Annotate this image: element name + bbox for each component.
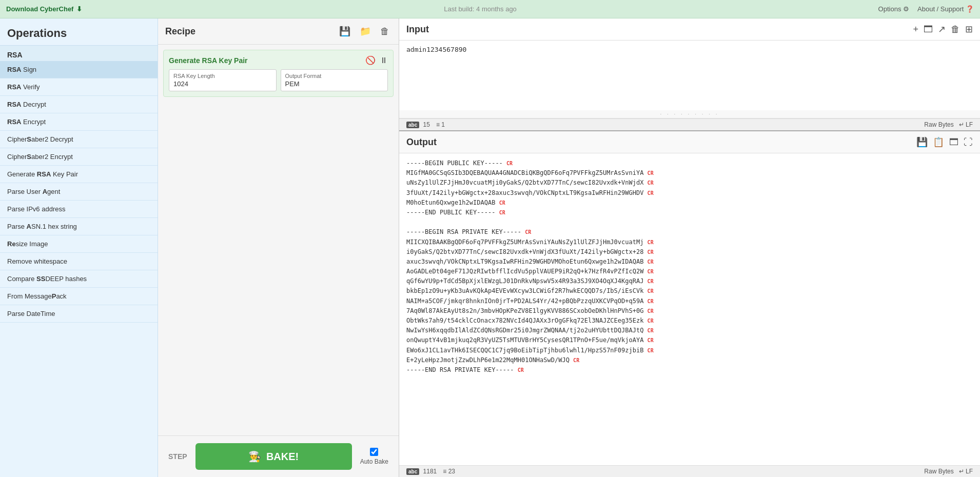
output-line: uNsZy1lUlZFJjHmJ0vcuatMji0yGakS/Q2btvXD7… xyxy=(406,178,973,188)
recipe-panel: Recipe 💾 📁 🗑 Generate RSA Key Pair 🚫 ⏸ xyxy=(158,18,399,477)
cr-tag: CR xyxy=(648,337,654,343)
top-bar-right: Options ⚙ About / Support ❓ xyxy=(878,5,974,13)
cr-tag: CR xyxy=(573,357,579,363)
sidebar-item-ciphersaber2-encrypt[interactable]: CipherSaber2 Encrypt xyxy=(0,148,158,166)
sidebar-item-label-rest: Encrypt xyxy=(23,118,46,126)
grid-view-button[interactable]: ⊞ xyxy=(965,24,973,35)
input-header: Input + 🗖 ↗ 🗑 ⊞ xyxy=(399,18,980,41)
sidebar-item-label: Resize Image xyxy=(7,240,48,248)
sidebar-item-label: Generate RSA Key Pair xyxy=(7,170,78,178)
save-output-button[interactable]: 💾 xyxy=(916,136,928,148)
input-text[interactable]: admin1234567890 xyxy=(399,41,980,110)
recipe-step-header: Generate RSA Key Pair 🚫 ⏸ xyxy=(169,55,388,65)
cr-tag: CR xyxy=(648,347,654,353)
input-title: Input xyxy=(406,24,429,35)
cr-tag: CR xyxy=(648,279,654,284)
about-label: About / Support xyxy=(917,5,964,13)
input-divider: · · · · · · · · · xyxy=(399,110,980,118)
copy-output-button[interactable]: 📋 xyxy=(933,136,944,148)
sidebar-item-parse-ipv6[interactable]: Parse IPv6 address xyxy=(0,201,158,218)
output-line: E+2yLeHpzJmotjZzwDLhP6e1m22MqMH01ONHaSwD… xyxy=(406,355,973,365)
fullscreen-output-button[interactable]: ⛶ xyxy=(964,137,973,148)
cr-tag: CR xyxy=(499,200,505,205)
recipe-field-value-1[interactable]: 1024 xyxy=(173,80,272,88)
sidebar-item-rsa-sign[interactable]: RSA Sign xyxy=(0,61,158,78)
pause-step-button[interactable]: ⏸ xyxy=(380,55,388,65)
save-recipe-button[interactable]: 💾 xyxy=(337,25,352,38)
auto-bake-checkbox[interactable] xyxy=(370,448,378,456)
output-header: Output 💾 📋 🗖 ⛶ xyxy=(399,131,980,153)
input-status-left: abc 15 ≡ 1 xyxy=(406,121,445,128)
output-line: -----BEGIN PUBLIC KEY----- CR xyxy=(406,158,973,168)
bake-button[interactable]: 👨‍🍳 BAKE! xyxy=(195,443,352,470)
download-cyberchef[interactable]: Download CyberChef ⬇ xyxy=(6,5,82,13)
input-status-bar: abc 15 ≡ 1 Raw Bytes ↵ LF xyxy=(399,118,980,130)
sidebar-item-from-messagepack[interactable]: From MessagePack xyxy=(0,288,158,305)
recipe-step-controls: 🚫 ⏸ xyxy=(365,55,388,65)
raw-bytes-label: Raw Bytes xyxy=(924,121,953,128)
download-icon: ⬇ xyxy=(76,5,82,13)
sidebar-item-resize-image[interactable]: Resize Image xyxy=(0,235,158,253)
chef-icon: 👨‍🍳 xyxy=(248,450,261,463)
output-line-count: ≡ 23 xyxy=(443,468,455,475)
sidebar-item-label-bold: RSA xyxy=(7,66,21,73)
output-line: 7Aq0Wl87AkEAyUt8s2n/3mbvHOpKPeZV8E1lgyKV… xyxy=(406,306,973,316)
char-count-value: 15 xyxy=(423,121,430,128)
sidebar-item-label-rest: Verify xyxy=(23,83,40,91)
sidebar-title: Operations xyxy=(0,18,158,46)
sidebar-item-label-bold: RSA xyxy=(7,83,21,91)
options-label: Options xyxy=(878,5,901,13)
output-line: -----END RSA PRIVATE KEY----- CR xyxy=(406,365,973,375)
sidebar-item-label-rest: Decrypt xyxy=(23,101,46,108)
options-link[interactable]: Options ⚙ xyxy=(878,5,909,13)
sidebar-item-label-rest: Sign xyxy=(23,66,36,73)
output-line: MIGfMA0GCSqGSIb3DQEBAQUAA4GNADCBiQKBgQDF… xyxy=(406,168,973,178)
new-tab-output-button[interactable]: 🗖 xyxy=(949,137,958,148)
step-button[interactable]: STEP xyxy=(168,452,187,461)
output-status-bar: abc 1181 ≡ 23 Raw Bytes ↵ LF xyxy=(399,465,980,477)
output-title: Output xyxy=(406,137,437,148)
sidebar-item-generate-rsa[interactable]: Generate RSA Key Pair xyxy=(0,166,158,183)
cr-tag: CR xyxy=(648,328,654,333)
sidebar: Operations RSA RSA Sign RSA Verify RSA D… xyxy=(0,18,158,477)
cr-tag: CR xyxy=(648,298,654,304)
output-status-right: Raw Bytes ↵ LF xyxy=(924,468,973,475)
sidebar-item-remove-whitespace[interactable]: Remove whitespace xyxy=(0,253,158,270)
recipe-field-value-2[interactable]: PEM xyxy=(285,80,384,88)
sidebar-item-rsa-encrypt[interactable]: RSA Encrypt xyxy=(0,113,158,131)
output-line: bkbEp1zO9u+yKb3uAvKQkAp4EVEvWXcyw3LCWiGf… xyxy=(406,286,973,296)
about-link[interactable]: About / Support ❓ xyxy=(917,5,974,13)
output-section: Output 💾 📋 🗖 ⛶ -----BEGIN PUBLIC KEY----… xyxy=(399,131,980,477)
open-recipe-button[interactable]: 📁 xyxy=(358,25,373,38)
new-tab-button[interactable]: 🗖 xyxy=(924,24,933,35)
cr-tag: CR xyxy=(648,180,654,186)
gear-icon: ⚙ xyxy=(903,5,909,13)
sidebar-item-label: Parse ASN.1 hex string xyxy=(7,223,77,230)
recipe-step-title: Generate RSA Key Pair xyxy=(169,56,248,65)
output-line: axuc3swvqh/VOkCNptxLT9KgsaIwRFHin29WGHDV… xyxy=(406,257,973,267)
sidebar-item-parse-asn1[interactable]: Parse ASN.1 hex string xyxy=(0,218,158,235)
output-line-icon: ≡ xyxy=(443,468,446,475)
output-line: NAIM+a5COF/jmkqr8hnknIOn0jrT+PD2ALS4Yr/4… xyxy=(406,296,973,306)
line-count-value: 1 xyxy=(441,121,445,128)
sidebar-item-compare-ssdeep[interactable]: Compare SSDEEP hashes xyxy=(0,270,158,288)
cr-tag: CR xyxy=(525,229,531,235)
sidebar-item-rsa-decrypt[interactable]: RSA Decrypt xyxy=(0,96,158,113)
clear-recipe-button[interactable]: 🗑 xyxy=(378,25,391,38)
last-build: Last build: 4 months ago xyxy=(444,5,517,13)
sidebar-item-rsa-verify[interactable]: RSA Verify xyxy=(0,78,158,96)
recipe-field-output-format: Output Format PEM xyxy=(281,69,388,91)
sidebar-item-parse-user-agent[interactable]: Parse User Agent xyxy=(0,183,158,201)
input-section: Input + 🗖 ↗ 🗑 ⊞ admin1234567890 · · · · … xyxy=(399,18,980,131)
output-line: ObtWks7ah9/t54cklCcOnacx782NVcId4QJAXx3r… xyxy=(406,316,973,326)
sidebar-item-parse-datetime[interactable]: Parse DateTime xyxy=(0,305,158,323)
output-line xyxy=(406,217,973,227)
output-toolbar: 💾 📋 🗖 ⛶ xyxy=(916,136,973,148)
output-line: EWo6xJ1CL1avTHk6ISECQQC1C7jq9BoEibTipTjh… xyxy=(406,346,973,355)
clear-input-button[interactable]: 🗑 xyxy=(951,24,960,35)
disable-step-button[interactable]: 🚫 xyxy=(365,55,376,65)
sidebar-item-ciphersaber2-decrypt[interactable]: CipherSaber2 Decrypt xyxy=(0,131,158,148)
output-line: -----BEGIN RSA PRIVATE KEY----- CR xyxy=(406,227,973,237)
add-input-button[interactable]: + xyxy=(913,24,918,35)
export-input-button[interactable]: ↗ xyxy=(938,24,946,35)
